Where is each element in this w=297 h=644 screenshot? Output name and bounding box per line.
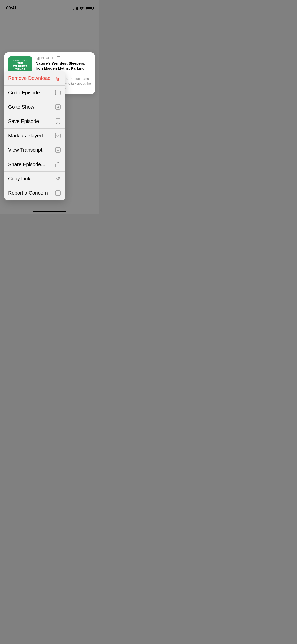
- checkmark-circle-icon: [54, 132, 61, 139]
- svg-rect-0: [36, 59, 36, 60]
- menu-item-remove-download[interactable]: Remove Download: [4, 71, 65, 86]
- signal-icon: [73, 7, 78, 10]
- episode-meta: 2D AGO · E: [36, 56, 91, 60]
- exclamation-icon: [54, 190, 61, 197]
- mark-as-played-label: Mark as Played: [8, 133, 43, 139]
- svg-rect-2: [38, 57, 39, 60]
- status-time: 09:41: [6, 6, 17, 11]
- svg-point-21: [58, 194, 58, 194]
- menu-item-share-episode[interactable]: Share Episode...: [4, 157, 65, 172]
- go-to-show-label: Go to Show: [8, 104, 34, 110]
- wifi-icon: [80, 7, 84, 10]
- view-transcript-label: View Transcript: [8, 147, 42, 153]
- info-icon: [54, 89, 61, 96]
- episode-age: 2D AGO: [41, 56, 53, 60]
- podcast-icon: [54, 103, 61, 110]
- main-content: 09:41 Popular Science THE: [0, 0, 99, 214]
- bookmark-icon: [54, 118, 61, 125]
- context-menu: Remove Download Go to Episode: [4, 71, 65, 200]
- menu-item-go-to-episode[interactable]: Go to Episode: [4, 86, 65, 100]
- go-to-episode-label: Go to Episode: [8, 90, 40, 96]
- home-indicator: [33, 211, 66, 212]
- menu-item-go-to-show[interactable]: Go to Show: [4, 100, 65, 114]
- menu-item-view-transcript[interactable]: View Transcript: [4, 143, 65, 157]
- transcript-icon: [54, 146, 61, 153]
- status-bar: 09:41: [0, 0, 99, 13]
- svg-point-8: [58, 91, 58, 92]
- menu-item-save-episode[interactable]: Save Episode: [4, 114, 65, 129]
- trash-icon: [54, 75, 61, 82]
- menu-item-copy-link[interactable]: Copy Link: [4, 172, 65, 186]
- save-episode-label: Save Episode: [8, 118, 39, 124]
- explicit-badge: E: [57, 56, 60, 60]
- signal-small-icon: [36, 57, 40, 60]
- link-icon: [54, 175, 61, 182]
- battery-icon: [86, 7, 93, 10]
- svg-point-12: [58, 107, 58, 107]
- copy-link-label: Copy Link: [8, 176, 30, 182]
- svg-rect-3: [39, 57, 40, 60]
- menu-item-report-concern[interactable]: Report a Concern: [4, 186, 65, 200]
- share-episode-label: Share Episode...: [8, 162, 45, 167]
- remove-download-label: Remove Download: [8, 75, 51, 81]
- share-icon: [54, 161, 61, 168]
- svg-rect-1: [37, 58, 38, 60]
- status-icons: [73, 7, 93, 10]
- menu-item-mark-as-played[interactable]: Mark as Played: [4, 129, 65, 143]
- report-concern-label: Report a Concern: [8, 190, 48, 196]
- podcast-brand: Popular Science: [13, 60, 27, 61]
